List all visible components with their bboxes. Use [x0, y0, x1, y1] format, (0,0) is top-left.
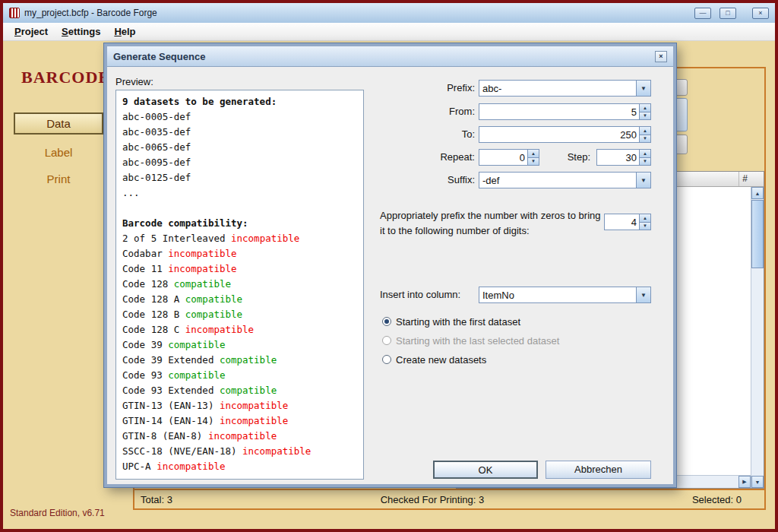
- suffix-input[interactable]: [479, 173, 636, 188]
- radio-icon: [382, 336, 391, 345]
- window-close-button[interactable]: ×: [752, 8, 769, 19]
- maximize-icon: □: [726, 9, 729, 17]
- preview-spacer: [122, 201, 357, 216]
- prefix-dropdown-button[interactable]: ▼: [636, 81, 650, 96]
- window-titlebar: my_project.bcfp - Barcode Forge — □ ×: [3, 3, 775, 23]
- preview-line: abc-0095-def: [122, 155, 357, 170]
- suffix-dropdown-button[interactable]: ▼: [636, 173, 650, 188]
- suffix-combobox[interactable]: ▼: [479, 172, 651, 188]
- sidebar-item-label[interactable]: Label: [14, 146, 103, 159]
- to-down-button[interactable]: ▼: [640, 135, 650, 143]
- menu-project[interactable]: Project: [8, 23, 55, 41]
- scroll-up-button[interactable]: ▲: [751, 187, 764, 199]
- sidebar-item-print[interactable]: Print: [14, 173, 103, 185]
- app-window: my_project.bcfp - Barcode Forge — □ × Pr…: [0, 0, 778, 532]
- scrollbar-thumb[interactable]: [751, 200, 764, 268]
- chevron-down-icon: ▼: [640, 85, 647, 92]
- scroll-right-button[interactable]: ▶: [738, 476, 751, 488]
- sidebar-item-data[interactable]: Data: [14, 112, 103, 135]
- radio-option: Starting with the last selected dataset: [382, 332, 559, 349]
- preview-pane: 9 datasets to be generated: abc-0005-def…: [115, 90, 364, 480]
- prefix-input[interactable]: [479, 81, 636, 96]
- radio-icon[interactable]: [382, 355, 391, 364]
- step-label: Step:: [533, 149, 590, 166]
- digits-input[interactable]: [605, 214, 639, 230]
- menu-bar: Project Settings Help: [3, 23, 775, 41]
- repeat-input[interactable]: [479, 150, 527, 165]
- from-input[interactable]: [479, 104, 639, 119]
- compat-line: 2 of 5 Interleaved incompatible: [122, 231, 357, 246]
- status-bar: Total: 3 Checked For Printing: 3 Selecte…: [134, 489, 764, 508]
- digits-down-button[interactable]: ▼: [640, 223, 650, 230]
- from-spinner[interactable]: ▲ ▼: [479, 103, 651, 120]
- compat-heading: Barcode compatibility:: [122, 216, 357, 231]
- close-icon: ×: [758, 9, 762, 17]
- insert-column-dropdown-button[interactable]: ▼: [636, 287, 650, 302]
- compat-line: GTIN-13 (EAN-13) incompatible: [122, 398, 357, 413]
- from-down-button[interactable]: ▼: [640, 112, 650, 120]
- compat-line: UPC-A incompatible: [122, 459, 357, 474]
- compat-line: GTIN-8 (EAN-8) incompatible: [122, 429, 357, 444]
- vertical-scrollbar[interactable]: ▲ ▼: [751, 187, 764, 488]
- menu-settings[interactable]: Settings: [55, 23, 107, 41]
- from-spinner-buttons: ▲ ▼: [639, 104, 650, 119]
- menu-help[interactable]: Help: [107, 23, 142, 41]
- preview-line: abc-0065-def: [122, 140, 357, 155]
- minimize-button[interactable]: —: [694, 8, 711, 19]
- chevron-up-icon: ▲: [643, 151, 647, 156]
- ok-button[interactable]: OK: [433, 461, 538, 479]
- chevron-up-icon: ▲: [643, 106, 647, 110]
- radio-label: Starting with the first dataset: [396, 316, 520, 328]
- dialog-body: Preview: 9 datasets to be generated: abc…: [107, 67, 673, 483]
- compat-line: Code 39 compatible: [122, 337, 357, 353]
- step-spinner[interactable]: ▲ ▼: [596, 149, 651, 166]
- digits-up-button[interactable]: ▲: [640, 214, 650, 223]
- radio-option[interactable]: Create new datasets: [382, 351, 559, 368]
- scroll-down-button[interactable]: ▼: [751, 476, 764, 488]
- insert-column-combobox[interactable]: ▼: [479, 287, 651, 303]
- repeat-spinner[interactable]: ▲ ▼: [479, 149, 539, 166]
- radio-icon[interactable]: [382, 317, 391, 326]
- insert-column-label: Insert into column:: [380, 287, 460, 303]
- compat-line: Code 128 B compatible: [122, 307, 357, 322]
- chevron-down-icon: ▼: [640, 292, 647, 299]
- step-up-button[interactable]: ▲: [640, 150, 650, 158]
- chevron-down-icon: ▼: [643, 136, 647, 141]
- generate-sequence-dialog: Generate Sequence × Preview: 9 datasets …: [104, 43, 676, 487]
- insert-column-input[interactable]: [479, 287, 636, 302]
- status-total: Total: 3: [141, 494, 172, 505]
- chevron-up-icon: ▲: [755, 191, 761, 196]
- preview-line: abc-0035-def: [122, 125, 357, 140]
- dialog-close-button[interactable]: ×: [655, 51, 667, 62]
- repeat-label: Repeat:: [380, 149, 475, 166]
- preview-heading: 9 datasets to be generated:: [122, 94, 357, 109]
- edition-label: Standard Edition, v6.71: [10, 508, 105, 518]
- zeros-description: Appropriately prefix the number with zer…: [380, 208, 608, 239]
- step-down-button[interactable]: ▼: [640, 158, 650, 166]
- chevron-down-icon: ▼: [643, 159, 647, 163]
- to-spinner[interactable]: ▲ ▼: [479, 126, 651, 143]
- prefix-combobox[interactable]: ▼: [479, 80, 651, 97]
- compat-line: Code 128 C incompatible: [122, 322, 357, 337]
- app-barcode-icon: [9, 8, 20, 18]
- radio-option[interactable]: Starting with the first dataset: [382, 313, 559, 330]
- digits-spinner[interactable]: ▲ ▼: [604, 214, 651, 230]
- to-up-button[interactable]: ▲: [640, 127, 650, 135]
- from-label: From:: [380, 103, 475, 120]
- to-label: To:: [380, 126, 475, 143]
- from-up-button[interactable]: ▲: [640, 104, 650, 112]
- status-checked-for-printing: Checked For Printing: 3: [381, 494, 485, 505]
- dialog-title: Generate Sequence: [113, 51, 655, 62]
- to-input[interactable]: [479, 127, 639, 142]
- cancel-button[interactable]: Abbrechen: [546, 461, 651, 479]
- preview-line: abc-0125-def: [122, 170, 357, 185]
- step-input[interactable]: [597, 150, 639, 165]
- status-selected: Selected: 0: [692, 494, 742, 505]
- compat-line: Code 93 Extended compatible: [122, 383, 357, 398]
- preview-sample-list: abc-0005-defabc-0035-defabc-0065-defabc-…: [122, 109, 357, 201]
- compat-line: Code 11 incompatible: [122, 261, 357, 277]
- to-spinner-buttons: ▲ ▼: [639, 127, 650, 142]
- maximize-button[interactable]: □: [719, 8, 736, 19]
- dialog-titlebar[interactable]: Generate Sequence ×: [107, 46, 673, 67]
- table-header-number-column[interactable]: #: [738, 172, 751, 186]
